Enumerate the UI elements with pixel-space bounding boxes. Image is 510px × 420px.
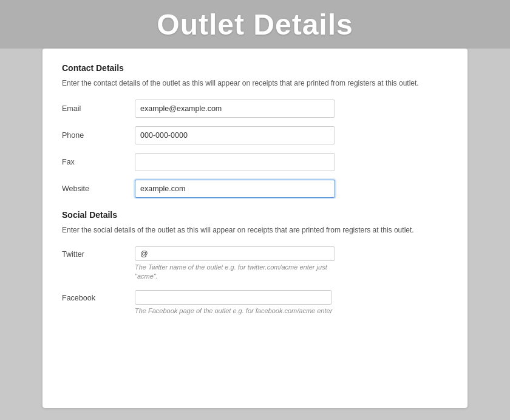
phone-label: Phone [62, 131, 135, 140]
social-section-desc: Enter the social details of the outlet a… [62, 225, 448, 235]
social-section: Social Details Enter the social details … [62, 210, 448, 316]
twitter-row: Twitter The Twitter name of the outlet e… [62, 246, 448, 282]
fax-label: Fax [62, 158, 135, 166]
email-label: Email [62, 104, 135, 113]
social-section-title: Social Details [62, 210, 448, 220]
facebook-field-wrapper: The Facebook page of the outlet e.g. for… [135, 290, 332, 316]
contact-section-title: Contact Details [62, 63, 448, 73]
main-card: Contact Details Enter the contact detail… [42, 49, 467, 408]
contact-section: Contact Details Enter the contact detail… [62, 63, 448, 198]
page-title: Outlet Details [157, 8, 353, 41]
email-row: Email [62, 100, 448, 118]
website-label: Website [62, 185, 135, 193]
fax-input[interactable] [135, 153, 335, 171]
twitter-field-wrapper: The Twitter name of the outlet e.g. for … [135, 246, 335, 282]
phone-row: Phone [62, 126, 448, 144]
twitter-label: Twitter [62, 246, 135, 259]
website-input[interactable] [135, 180, 335, 198]
contact-section-desc: Enter the contact details of the outlet … [62, 78, 448, 89]
facebook-label: Facebook [62, 290, 135, 302]
twitter-hint: The Twitter name of the outlet e.g. for … [135, 263, 335, 282]
facebook-input[interactable] [135, 290, 332, 305]
facebook-hint: The Facebook page of the outlet e.g. for… [135, 307, 332, 316]
page-header: Outlet Details [0, 0, 510, 49]
phone-input[interactable] [135, 126, 335, 144]
facebook-row: Facebook The Facebook page of the outlet… [62, 290, 448, 316]
email-input[interactable] [135, 100, 335, 118]
fax-row: Fax [62, 153, 448, 171]
website-row: Website [62, 180, 448, 198]
twitter-input[interactable] [135, 246, 335, 261]
